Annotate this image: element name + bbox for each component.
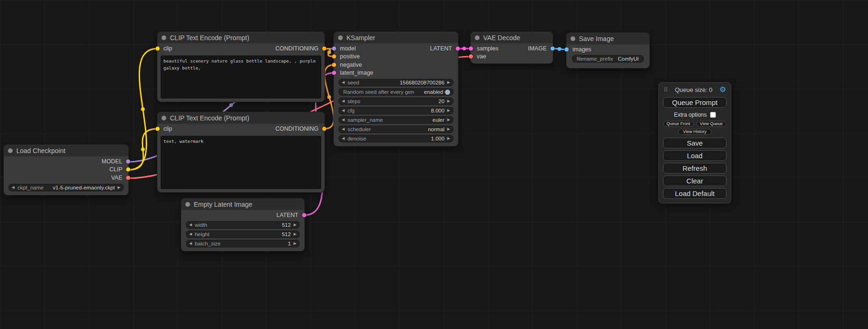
widget-height[interactable]: ◀ height 512 ▶ [186, 231, 300, 238]
output-dot-model[interactable] [126, 159, 130, 163]
output-slot-vae[interactable]: VAE [4, 174, 128, 182]
node-graph-canvas[interactable]: Load Checkpoint MODEL CLIP VAE ◀ ckpt_na… [0, 0, 868, 329]
node-titlebar[interactable]: Save Image [566, 33, 649, 44]
load-button[interactable]: Load [663, 150, 727, 161]
input-slot-positive[interactable]: positive [334, 53, 458, 61]
collapse-dot-icon[interactable] [162, 35, 166, 40]
node-clip-text-encode-positive[interactable]: CLIP Text Encode (Prompt) clip CONDITION… [157, 32, 325, 102]
extra-options-checkbox[interactable] [710, 112, 716, 118]
arrow-left-icon[interactable]: ◀ [342, 137, 345, 140]
input-slot-images[interactable]: images [566, 45, 649, 54]
output-dot-vae[interactable] [126, 175, 130, 180]
arrow-left-icon[interactable]: ◀ [342, 81, 345, 84]
collapse-dot-icon[interactable] [338, 35, 343, 40]
refresh-button[interactable]: Refresh [663, 163, 727, 174]
node-titlebar[interactable]: Load Checkpoint [4, 145, 128, 156]
toggle-knob[interactable] [445, 90, 450, 95]
drag-handle-icon[interactable]: ⠿ [663, 86, 668, 93]
output-dot-latent[interactable] [456, 46, 460, 50]
input-slot-vae[interactable]: vae [471, 53, 553, 61]
collapse-dot-icon[interactable] [571, 36, 575, 41]
node-clip-text-encode-negative[interactable]: CLIP Text Encode (Prompt) clip CONDITION… [157, 112, 325, 192]
arrow-right-icon[interactable]: ▶ [294, 232, 296, 236]
widget-scheduler[interactable]: ◀ scheduler normal ▶ [339, 126, 453, 133]
arrow-left-icon[interactable]: ◀ [189, 223, 192, 227]
save-button[interactable]: Save [663, 138, 727, 148]
queue-front-button[interactable]: Queue Front [663, 121, 694, 127]
widget-sampler-name[interactable]: ◀ sampler_name euler ▶ [339, 116, 453, 124]
output-dot-conditioning[interactable] [322, 46, 326, 50]
output-dot-conditioning[interactable] [322, 126, 326, 131]
input-dot-positive[interactable] [332, 55, 336, 59]
arrow-right-icon[interactable]: ▶ [294, 242, 296, 245]
output-slot-latent[interactable]: LATENT [397, 44, 458, 53]
node-titlebar[interactable]: Empty Latent Image [181, 198, 304, 210]
input-dot-clip[interactable] [155, 126, 160, 131]
arrow-left-icon[interactable]: ◀ [342, 118, 345, 122]
node-titlebar[interactable]: CLIP Text Encode (Prompt) [157, 32, 325, 43]
load-default-button[interactable]: Load Default [663, 188, 727, 199]
arrow-right-icon[interactable]: ▶ [447, 118, 450, 122]
widget-steps[interactable]: ◀ steps 20 ▶ [339, 98, 453, 105]
prompt-textarea[interactable]: beautiful scenery nature glass bottle la… [161, 56, 321, 98]
input-dot-images[interactable] [565, 47, 569, 51]
input-dot-model[interactable] [332, 46, 336, 50]
clear-button[interactable]: Clear [663, 175, 727, 186]
node-titlebar[interactable]: VAE Decode [471, 32, 553, 43]
widget-width[interactable]: ◀ width 512 ▶ [186, 221, 300, 229]
arrow-left-icon[interactable]: ◀ [12, 186, 14, 189]
input-slot-clip[interactable]: clip [157, 44, 172, 53]
input-slot-negative[interactable]: negative [334, 61, 458, 69]
node-ksampler[interactable]: KSampler model positive negative latent_… [334, 32, 458, 146]
output-slot-image[interactable]: IMAGE [511, 44, 553, 53]
output-dot-latent[interactable] [302, 213, 306, 217]
widget-denoise[interactable]: ◀ denoise 1.000 ▶ [339, 135, 453, 142]
output-dot-image[interactable] [550, 46, 555, 50]
node-empty-latent-image[interactable]: Empty Latent Image LATENT ◀ width 512 ▶ … [181, 198, 304, 251]
arrow-right-icon[interactable]: ▶ [447, 99, 450, 103]
queue-prompt-button[interactable]: Queue Prompt [663, 97, 727, 108]
arrow-left-icon[interactable]: ◀ [342, 127, 345, 131]
output-slot-latent[interactable]: LATENT [181, 211, 304, 219]
node-save-image[interactable]: Save Image images filename_prefix ComfyU… [566, 33, 649, 68]
output-slot-model[interactable]: MODEL [4, 157, 128, 166]
widget-cfg[interactable]: ◀ cfg 8.000 ▶ [339, 107, 453, 114]
collapse-dot-icon[interactable] [475, 35, 480, 40]
input-dot-latent-image[interactable] [332, 71, 336, 75]
node-titlebar[interactable]: KSampler [334, 32, 458, 43]
widget-seed[interactable]: ◀ seed 156680208700286 ▶ [339, 79, 453, 86]
input-slot-latent-image[interactable]: latent_image [334, 69, 458, 77]
input-dot-clip[interactable] [155, 46, 160, 50]
output-slot-conditioning[interactable]: CONDITIONING [275, 125, 325, 133]
arrow-left-icon[interactable]: ◀ [342, 109, 345, 112]
view-queue-button[interactable]: View Queue [696, 121, 727, 127]
input-dot-samples[interactable] [469, 46, 473, 50]
output-slot-clip[interactable]: CLIP [4, 166, 128, 174]
arrow-right-icon[interactable]: ▶ [447, 127, 450, 131]
arrow-right-icon[interactable]: ▶ [294, 223, 296, 227]
collapse-dot-icon[interactable] [162, 116, 166, 120]
arrow-left-icon[interactable]: ◀ [189, 242, 192, 245]
input-dot-negative[interactable] [332, 63, 336, 67]
gear-icon[interactable]: ⚙ [720, 86, 726, 93]
node-vae-decode[interactable]: VAE Decode samples vae IMAGE [471, 32, 553, 63]
widget-filename-prefix[interactable]: filename_prefix ComfyUI [572, 55, 644, 63]
input-dot-vae[interactable] [469, 55, 473, 59]
prompt-textarea[interactable]: text, watermark [161, 136, 321, 189]
widget-ckpt-name[interactable]: ◀ ckpt_name v1-5-pruned-emaonly.ckpt ▶ [8, 184, 124, 191]
collapse-dot-icon[interactable] [185, 202, 190, 207]
widget-batch-size[interactable]: ◀ batch_size 1 ▶ [186, 240, 300, 247]
arrow-right-icon[interactable]: ▶ [447, 109, 450, 112]
node-load-checkpoint[interactable]: Load Checkpoint MODEL CLIP VAE ◀ ckpt_na… [4, 145, 128, 195]
output-dot-clip[interactable] [126, 168, 130, 172]
input-slot-clip[interactable]: clip [157, 125, 172, 133]
output-slot-conditioning[interactable]: CONDITIONING [275, 44, 325, 53]
arrow-left-icon[interactable]: ◀ [189, 232, 192, 236]
arrow-right-icon[interactable]: ▶ [447, 81, 450, 84]
node-titlebar[interactable]: CLIP Text Encode (Prompt) [157, 112, 325, 124]
arrow-right-icon[interactable]: ▶ [118, 186, 120, 189]
arrow-right-icon[interactable]: ▶ [447, 137, 450, 140]
collapse-dot-icon[interactable] [8, 148, 13, 153]
widget-random-seed-toggle[interactable]: Random seed after every gen enabled [339, 88, 453, 96]
view-history-button[interactable]: View History [678, 129, 712, 135]
